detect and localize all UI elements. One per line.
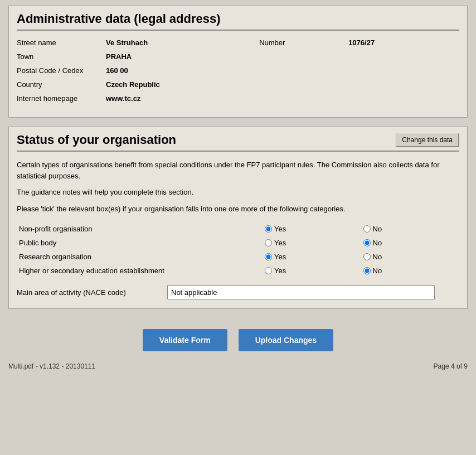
publicbody-no-radio[interactable] [363, 239, 371, 246]
research-no-text: No [373, 253, 382, 261]
nace-label: Main area of activity (NACE code) [17, 288, 162, 297]
research-yes-radio[interactable] [265, 253, 272, 260]
postal-code-value: 160 00 [106, 66, 128, 75]
education-no-text: No [373, 267, 382, 275]
nonprofit-yes-text: Yes [274, 225, 286, 233]
street-name-row: Street name Ve Struhach Number 1076/27 [17, 38, 459, 47]
nonprofit-yes-cell: Yes [263, 222, 361, 236]
postal-code-label: Postal Code / Cedex [17, 66, 106, 75]
version-info: Multi.pdf - v1.132 - 20130111 [8, 362, 95, 370]
table-row: Public body Yes No [17, 236, 459, 250]
page-footer: Multi.pdf - v1.132 - 20130111 Page 4 of … [8, 362, 468, 370]
street-name-value: Ve Struhach [106, 38, 148, 47]
validate-form-button[interactable]: Validate Form [143, 329, 227, 351]
homepage-label: Internet homepage [17, 94, 106, 103]
research-yes-label[interactable]: Yes [265, 253, 358, 261]
education-yes-cell: Yes [263, 264, 361, 278]
publicbody-no-cell: No [361, 236, 459, 250]
status-section-title: Status of your organisation [17, 133, 176, 147]
table-row: Non-profit organisation Yes No [17, 222, 459, 236]
number-label: Number [259, 38, 348, 47]
education-yes-text: Yes [274, 267, 286, 275]
country-row: Country Czech Republic [17, 80, 459, 89]
research-no-radio[interactable] [363, 253, 371, 260]
page-container: Administrative data (legal address) Stre… [0, 0, 476, 455]
nace-row: Main area of activity (NACE code) [17, 285, 459, 299]
publicbody-yes-cell: Yes [263, 236, 361, 250]
education-yes-radio[interactable] [265, 267, 272, 274]
publicbody-yes-radio[interactable] [265, 239, 272, 246]
homepage-value[interactable]: www.tc.cz [106, 94, 140, 103]
street-name-label: Street name [17, 38, 106, 47]
town-label: Town [17, 52, 106, 61]
page-info: Page 4 of 9 [434, 362, 468, 370]
homepage-row: Internet homepage www.tc.cz [17, 94, 459, 103]
org-type-label-nonprofit: Non-profit organisation [17, 222, 263, 236]
org-type-label-publicbody: Public body [17, 236, 263, 250]
admin-section: Administrative data (legal address) Stre… [8, 6, 468, 118]
status-header-row: Status of your organisation Change this … [17, 133, 459, 152]
status-description-3: Please 'tick' the relevant box(es) if yo… [17, 204, 459, 215]
change-data-button[interactable]: Change this data [395, 133, 459, 147]
table-row: Research organisation Yes No [17, 250, 459, 264]
admin-section-title: Administrative data (legal address) [17, 12, 459, 31]
upload-changes-button[interactable]: Upload Changes [239, 329, 333, 351]
status-description-2: The guidance notes will help you complet… [17, 187, 459, 198]
publicbody-yes-label[interactable]: Yes [265, 239, 358, 247]
country-value: Czech Republic [106, 80, 160, 89]
nonprofit-no-radio[interactable] [363, 225, 371, 233]
nonprofit-yes-radio[interactable] [265, 225, 272, 233]
org-type-table: Non-profit organisation Yes No [17, 222, 459, 278]
org-type-label-education: Higher or secondary education establishm… [17, 264, 263, 278]
footer-buttons: Validate Form Upload Changes [8, 329, 468, 351]
research-no-cell: No [361, 250, 459, 264]
org-type-label-research: Research organisation [17, 250, 263, 264]
status-description-1: Certain types of organisations benefit f… [17, 159, 459, 181]
country-label: Country [17, 80, 106, 89]
town-row: Town PRAHA [17, 52, 459, 61]
table-row: Higher or secondary education establishm… [17, 264, 459, 278]
town-value: PRAHA [106, 52, 132, 61]
education-yes-label[interactable]: Yes [265, 267, 358, 275]
publicbody-no-label[interactable]: No [363, 239, 457, 247]
nonprofit-no-label[interactable]: No [363, 225, 457, 233]
postal-code-row: Postal Code / Cedex 160 00 [17, 66, 459, 75]
nace-input[interactable] [167, 285, 435, 299]
publicbody-yes-text: Yes [274, 239, 286, 247]
education-no-label[interactable]: No [363, 267, 457, 275]
status-section: Status of your organisation Change this … [8, 127, 468, 309]
nonprofit-yes-label[interactable]: Yes [265, 225, 358, 233]
research-no-label[interactable]: No [363, 253, 457, 261]
education-no-radio[interactable] [363, 267, 371, 274]
number-value: 1076/27 [348, 38, 375, 47]
research-yes-cell: Yes [263, 250, 361, 264]
publicbody-no-text: No [373, 239, 382, 247]
education-no-cell: No [361, 264, 459, 278]
nonprofit-no-text: No [373, 225, 382, 233]
research-yes-text: Yes [274, 253, 286, 261]
nonprofit-no-cell: No [361, 222, 459, 236]
